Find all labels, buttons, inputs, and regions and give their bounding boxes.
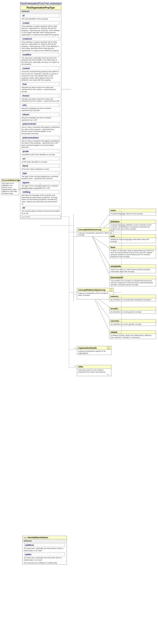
- hierarchy-info-title: hierarchyInfo: [109, 276, 156, 279]
- organisation-details-box: organisationDetails ... A group of prope…: [77, 346, 111, 355]
- concept-definition-group-box: ConceptDefinitionGroup ... A group of pr…: [77, 228, 114, 236]
- any-other-box: any #other: [21, 215, 61, 218]
- svg-line-6: [93, 236, 109, 274]
- same-as-desc: An identifier of a concept with equivale…: [109, 298, 156, 301]
- main-flex-box: FlexOrganisationPropType attributes id T…: [20, 6, 61, 219]
- svg-line-4: [93, 236, 109, 248]
- attr-xmllang: xmllang Specifies the language of this p…: [20, 190, 61, 205]
- attr-creatoruri: creatoruri If the attribute is empty, sp…: [20, 36, 61, 52]
- narrower-desc: An identifier of a more specific concept…: [109, 323, 156, 326]
- attr-pubconstraint: pubconstraint One or many constraints th…: [20, 122, 61, 135]
- person-affiliation-box: PersonAffiliationType The type for an af…: [1, 178, 19, 195]
- time-validity-section: attributes: [22, 539, 67, 543]
- note-box-title: note: [109, 234, 156, 238]
- attr-validto: validto The date (and, optionally, the t…: [22, 552, 67, 562]
- broader-desc: An identifier of a more general concept.: [109, 310, 156, 314]
- attr-creator: creator If the attribute is empty, speci…: [20, 20, 61, 36]
- concept-relationships-group-box: ConceptRelationshipsGroup ... A group of…: [77, 288, 114, 299]
- narrower-box: narrower An identifier of a more specifi…: [109, 319, 156, 326]
- attr-how: how Indicates by which means the value w…: [20, 82, 61, 93]
- remote-info-box: remoteInfo A link to an item or a web re…: [109, 264, 156, 273]
- attr-modified: modified The date (and, optionally, the …: [20, 52, 61, 66]
- svg-line-10: [93, 295, 109, 330]
- broader-box: broader An identifier of a more general …: [109, 307, 156, 314]
- time-validity-title: timeValidityAttributes: [28, 536, 48, 539]
- name-box-desc: A natural language name for the concept.: [109, 212, 156, 215]
- attr-validfrom: validfrom The date (and, optionally, the…: [22, 543, 67, 552]
- related-desc: A related concept, where the relationshi…: [109, 334, 156, 339]
- diagram-container: FlexOrganisationPropType (extension) Fle…: [0, 0, 158, 644]
- main-box-title: FlexOrganisationPropType: [20, 6, 61, 10]
- concept-definition-desc: A group of properties required to define…: [77, 232, 113, 236]
- attr-typeuri: typeuri The type of the concept assigned…: [20, 180, 61, 190]
- definition-box-desc: A natural language definition of the sem…: [109, 224, 156, 230]
- note-box-desc: Additional natural language information …: [109, 238, 156, 243]
- concept-rel-multiplicity: 0...*: [77, 297, 113, 299]
- broader-title: broader: [109, 307, 156, 310]
- other-multiplicity: 0...*: [77, 374, 111, 376]
- person-affiliation-desc: The type for an affiliation of a person …: [1, 182, 19, 195]
- attr-literal: literal A free-text value assigned as va…: [20, 164, 61, 171]
- hierarchy-info-box: hierarchyInfo The position of a concept …: [109, 276, 156, 286]
- concept-relationships-title: ConceptRelationshipsGroup: [78, 289, 105, 291]
- name-box-title: name: [109, 209, 156, 212]
- attr-custom: custom If true the corresponding propert…: [20, 66, 61, 82]
- concept-relationships-desc: A group of properties of the concept to …: [77, 292, 113, 297]
- definition-box: definition A natural language definition…: [109, 220, 156, 230]
- attr-type: type The type of the concept assigned as…: [20, 171, 61, 180]
- note-box: note Additional natural language informa…: [109, 234, 156, 243]
- attr-howuri: howuri Indicates by which means the valu…: [20, 93, 61, 103]
- definition-box-title: definition: [109, 220, 156, 224]
- same-as-box: sameAs An identifier of a concept with e…: [109, 295, 156, 301]
- facet-box-title: facet: [109, 246, 156, 249]
- related-box: related A related concept, where the rel…: [109, 330, 156, 339]
- organisation-details-desc: A group of properties specific to an org…: [77, 350, 111, 355]
- time-validity-desc: The time period of validity of a relatio…: [22, 562, 67, 564]
- facet-box-desc: In NAR 1.0 and later, facet is deprecate…: [109, 249, 156, 258]
- attr-dir: dir The directionality of textual conten…: [20, 205, 61, 215]
- narrower-title: narrower: [109, 320, 156, 323]
- person-affiliation-title: PersonAffiliationType: [1, 179, 19, 182]
- organisation-details-title: organisationDetails: [78, 347, 97, 349]
- facet-box: facet In NAR 1.0 and later, facet is dep…: [109, 246, 156, 258]
- page-title: FlexOrganisationPropType (extension): [20, 2, 62, 4]
- any-indicator: any: [24, 537, 27, 539]
- time-validity-box: any timeValidityAttributes attributes va…: [22, 536, 67, 564]
- concept-definition-title: ConceptDefinitionGroup: [78, 228, 102, 231]
- other-box-title: other: [77, 365, 111, 368]
- attributes-section-label: attributes: [20, 10, 61, 13]
- remote-info-desc: A link to an item or a web resource whic…: [109, 268, 156, 273]
- org-details-indicator: ...: [107, 347, 110, 349]
- name-box: name A natural language name for the con…: [109, 209, 156, 216]
- attr-whyuri: whyuri Why the metadata has been include…: [20, 112, 61, 122]
- svg-line-5: [93, 236, 109, 264]
- attr-pubconstrainturi: pubconstrainturi One or many constraints…: [20, 135, 61, 149]
- concept-rel-indicator: ...: [109, 289, 112, 291]
- attr-uri: uri A URI which identifies a concept.: [20, 156, 61, 164]
- remote-info-title: remoteInfo: [109, 265, 156, 268]
- hierarchy-info-desc: The position of a concept in a hierarchi…: [109, 279, 156, 286]
- other-box-desc: Extension point for user-defined propert…: [77, 368, 111, 374]
- related-title: related: [109, 330, 156, 334]
- attr-id: id The local identifier of the property.: [20, 13, 61, 20]
- other-box: other Extension point for user-defined p…: [77, 365, 111, 376]
- same-as-title: sameAs: [109, 295, 156, 298]
- attr-why: why Why the metadata has been included -…: [20, 103, 61, 112]
- attr-qcode: qcode A qualified code which identifies …: [20, 149, 61, 156]
